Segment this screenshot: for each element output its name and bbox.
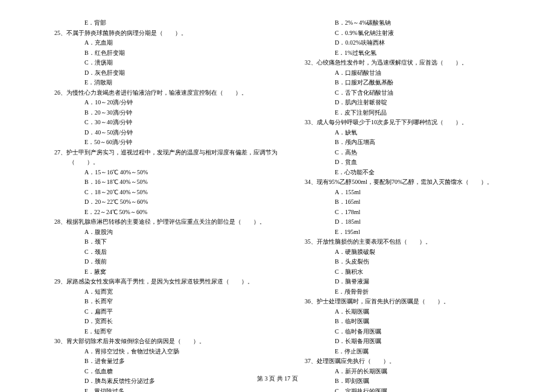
q28-opt: B．颈下 <box>54 237 281 247</box>
q32-opt: C．舌下含化硝酸甘油 <box>305 88 531 98</box>
q31-opt: B．2%～4%碳酸氢钠 <box>305 18 531 28</box>
q27-opt: B．16～18℃ 40%～50% <box>54 177 281 188</box>
q37-opt: C．定期执行的医嘱 <box>305 387 531 393</box>
q26-opt: A．10～20滴/分钟 <box>54 98 281 108</box>
q29-opt: D．宽而长 <box>54 317 281 327</box>
q26-opt: B．20～30滴/分钟 <box>54 108 281 118</box>
q34-opt: A．155ml <box>305 188 531 198</box>
q30-opt: E．胃切除过多 <box>54 387 281 393</box>
q35-opt: B．头皮裂伤 <box>305 257 531 267</box>
q33-opt: E．心功能不全 <box>305 168 531 178</box>
q30-stem: 30、胃大部切除术后并发倾倒综合征的病因是（ ）。 <box>69 337 281 347</box>
q33-opt: B．颅内压增高 <box>305 138 531 148</box>
q35-stem: 35、开放性脑损伤的主要表现不包括（ ）。 <box>319 237 531 247</box>
q31-opt: D．0.02%呋喃西林 <box>305 38 531 48</box>
q33-opt: D．贫血 <box>305 157 531 168</box>
q35-opt: C．脑积水 <box>305 267 531 277</box>
q35-opt: D．脑脊液漏 <box>305 277 531 287</box>
q27-opt: E．22～24℃ 50%～60% <box>54 207 281 218</box>
q26-stem: 26、为慢性心力衰竭患者进行输液治疗时，输液速度宜控制在（ ）。 <box>69 88 281 98</box>
orphan-option: E．背部 <box>54 18 281 28</box>
q27-opt: D．20～22℃ 50%～60% <box>54 197 281 207</box>
q37-stem: 37、处理医嘱应先执行（ ）。 <box>319 356 531 367</box>
q32-opt: B．口服对乙酰氨基酚 <box>305 78 531 88</box>
q28-opt: A．腹股沟 <box>54 227 281 238</box>
q28-opt: E．腋窝 <box>54 267 281 277</box>
q32-opt: D．肌内注射哌替啶 <box>305 98 531 108</box>
q31-opt: E．1%过氧化氢 <box>305 48 531 58</box>
page-columns: E．背部 25、不属于肺炎球菌肺炎的病理分期是（ ）。 A．充血期 B．红色肝变… <box>54 18 531 392</box>
q36-opt: A．长期医嘱 <box>305 307 531 317</box>
q34-opt: D．185ml <box>305 217 531 227</box>
q35-opt: A．硬脑膜破裂 <box>305 247 531 258</box>
q27-stem: 27、护士甲到产房实习，巡视过程中，发现产房的温度与相对湿度有偏差，应调节为（ … <box>69 148 281 168</box>
q25-opt: D．灰色肝变期 <box>54 68 281 78</box>
q29-opt: A．短而宽 <box>54 287 281 297</box>
q25-opt: B．红色肝变期 <box>54 48 281 58</box>
q25-opt: A．充血期 <box>54 38 281 48</box>
q36-opt: B．临时医嘱 <box>305 317 531 327</box>
q30-opt: B．进食量过多 <box>54 356 281 367</box>
q29-opt: B．长而窄 <box>54 297 281 307</box>
q32-stem: 32、心绞痛急性发作时，为迅速缓解症状，应首选（ ）。 <box>319 58 531 68</box>
q27-opt: C．18～20℃ 40%～50% <box>54 188 281 198</box>
q34-opt: E．195ml <box>305 227 531 238</box>
q30-opt: A．胃排空过快，食物过快进入空肠 <box>54 347 281 357</box>
q25-stem: 25、不属于肺炎球菌肺炎的病理分期是（ ）。 <box>69 28 281 39</box>
q32-opt: E．皮下注射阿托品 <box>305 108 531 118</box>
q25-opt: E．消散期 <box>54 78 281 88</box>
q28-stem: 28、根据乳腺癌淋巴转移的主要途径，护理评估应重点关注的部位是（ ）。 <box>69 217 281 227</box>
q29-opt: C．扁而平 <box>54 307 281 317</box>
q34-opt: C．178ml <box>305 207 531 218</box>
q31-opt: C．0.9%氯化钠注射液 <box>305 28 531 39</box>
right-column: B．2%～4%碳酸氢钠 C．0.9%氯化钠注射液 D．0.02%呋喃西林 E．1… <box>305 18 531 392</box>
q36-opt: D．长期备用医嘱 <box>305 337 531 347</box>
page-footer: 第 3 页 共 17 页 <box>0 375 555 383</box>
q36-opt: C．临时备用医嘱 <box>305 327 531 337</box>
q35-opt: E．颅骨骨折 <box>305 287 531 297</box>
q28-opt: D．颈前 <box>54 257 281 267</box>
q26-opt: E．50～60滴/分钟 <box>54 138 281 148</box>
q27-opt: A．15～16℃ 40%～50% <box>54 168 281 178</box>
q26-opt: C．30～40滴/分钟 <box>54 118 281 128</box>
q36-opt: E．停止医嘱 <box>305 347 531 357</box>
q33-opt: A．缺氧 <box>305 128 531 138</box>
q28-opt: C．颈后 <box>54 247 281 258</box>
q32-opt: A．口服硝酸甘油 <box>305 68 531 78</box>
q33-opt: C．高热 <box>305 148 531 158</box>
q33-stem: 33、成人每分钟呼吸少于10次多见于下列哪种情况（ ）。 <box>319 118 531 128</box>
q29-opt: E．短而窄 <box>54 327 281 337</box>
q26-opt: D．40～50滴/分钟 <box>54 128 281 138</box>
q34-opt: B．165ml <box>305 197 531 207</box>
q36-stem: 36、护士处理医嘱时，应首先执行的医嘱是（ ）。 <box>319 297 531 307</box>
q34-stem: 34、现有95%乙醇500ml，要配制70%乙醇，需加入灭菌馏水（ ）。 <box>319 177 531 188</box>
q29-stem: 29、尿路感染女性发病率高于男性，是因为女性尿道较男性尿道（ ）。 <box>69 277 281 287</box>
left-column: E．背部 25、不属于肺炎球菌肺炎的病理分期是（ ）。 A．充血期 B．红色肝变… <box>54 18 281 392</box>
q25-opt: C．溃疡期 <box>54 58 281 68</box>
